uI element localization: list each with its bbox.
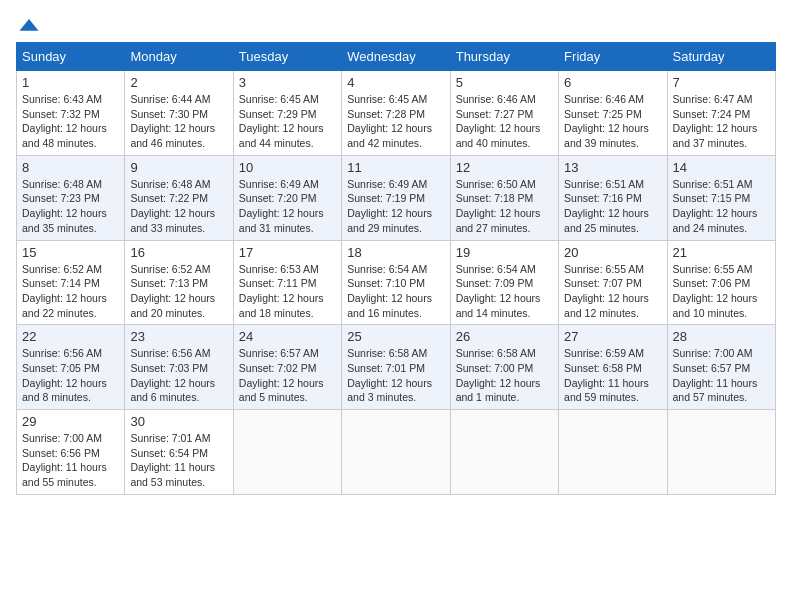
calendar-cell: 8Sunrise: 6:48 AMSunset: 7:23 PMDaylight… (17, 155, 125, 240)
calendar-cell: 23Sunrise: 6:56 AMSunset: 7:03 PMDayligh… (125, 325, 233, 410)
calendar-cell: 5Sunrise: 6:46 AMSunset: 7:27 PMDaylight… (450, 71, 558, 156)
calendar-week-row: 8Sunrise: 6:48 AMSunset: 7:23 PMDaylight… (17, 155, 776, 240)
calendar-week-row: 22Sunrise: 6:56 AMSunset: 7:05 PMDayligh… (17, 325, 776, 410)
calendar-cell: 30Sunrise: 7:01 AMSunset: 6:54 PMDayligh… (125, 410, 233, 495)
day-number: 12 (456, 160, 553, 175)
day-info: Sunrise: 6:52 AMSunset: 7:14 PMDaylight:… (22, 262, 119, 321)
calendar-cell: 25Sunrise: 6:58 AMSunset: 7:01 PMDayligh… (342, 325, 450, 410)
day-number: 6 (564, 75, 661, 90)
day-info: Sunrise: 6:59 AMSunset: 6:58 PMDaylight:… (564, 346, 661, 405)
calendar-cell: 11Sunrise: 6:49 AMSunset: 7:19 PMDayligh… (342, 155, 450, 240)
svg-marker-0 (19, 19, 38, 31)
day-number: 29 (22, 414, 119, 429)
day-number: 28 (673, 329, 770, 344)
day-number: 4 (347, 75, 444, 90)
day-info: Sunrise: 6:51 AMSunset: 7:15 PMDaylight:… (673, 177, 770, 236)
calendar-week-row: 1Sunrise: 6:43 AMSunset: 7:32 PMDaylight… (17, 71, 776, 156)
day-number: 22 (22, 329, 119, 344)
day-info: Sunrise: 7:00 AMSunset: 6:57 PMDaylight:… (673, 346, 770, 405)
calendar-cell: 15Sunrise: 6:52 AMSunset: 7:14 PMDayligh… (17, 240, 125, 325)
day-number: 18 (347, 245, 444, 260)
day-number: 27 (564, 329, 661, 344)
day-number: 3 (239, 75, 336, 90)
calendar-cell: 14Sunrise: 6:51 AMSunset: 7:15 PMDayligh… (667, 155, 775, 240)
day-number: 9 (130, 160, 227, 175)
day-number: 24 (239, 329, 336, 344)
day-info: Sunrise: 6:45 AMSunset: 7:29 PMDaylight:… (239, 92, 336, 151)
calendar-cell: 6Sunrise: 6:46 AMSunset: 7:25 PMDaylight… (559, 71, 667, 156)
day-number: 30 (130, 414, 227, 429)
day-info: Sunrise: 6:45 AMSunset: 7:28 PMDaylight:… (347, 92, 444, 151)
calendar-cell: 18Sunrise: 6:54 AMSunset: 7:10 PMDayligh… (342, 240, 450, 325)
day-info: Sunrise: 6:46 AMSunset: 7:25 PMDaylight:… (564, 92, 661, 151)
day-info: Sunrise: 6:49 AMSunset: 7:19 PMDaylight:… (347, 177, 444, 236)
calendar-cell: 29Sunrise: 7:00 AMSunset: 6:56 PMDayligh… (17, 410, 125, 495)
day-number: 23 (130, 329, 227, 344)
day-info: Sunrise: 6:48 AMSunset: 7:23 PMDaylight:… (22, 177, 119, 236)
day-info: Sunrise: 6:55 AMSunset: 7:06 PMDaylight:… (673, 262, 770, 321)
day-info: Sunrise: 6:51 AMSunset: 7:16 PMDaylight:… (564, 177, 661, 236)
day-info: Sunrise: 6:56 AMSunset: 7:05 PMDaylight:… (22, 346, 119, 405)
calendar-cell: 17Sunrise: 6:53 AMSunset: 7:11 PMDayligh… (233, 240, 341, 325)
calendar-cell: 21Sunrise: 6:55 AMSunset: 7:06 PMDayligh… (667, 240, 775, 325)
day-info: Sunrise: 6:48 AMSunset: 7:22 PMDaylight:… (130, 177, 227, 236)
day-number: 17 (239, 245, 336, 260)
day-info: Sunrise: 7:01 AMSunset: 6:54 PMDaylight:… (130, 431, 227, 490)
logo (16, 16, 40, 34)
day-number: 7 (673, 75, 770, 90)
calendar-cell: 20Sunrise: 6:55 AMSunset: 7:07 PMDayligh… (559, 240, 667, 325)
day-info: Sunrise: 6:49 AMSunset: 7:20 PMDaylight:… (239, 177, 336, 236)
calendar-header-row: SundayMondayTuesdayWednesdayThursdayFrid… (17, 43, 776, 71)
weekday-header: Thursday (450, 43, 558, 71)
calendar-week-row: 29Sunrise: 7:00 AMSunset: 6:56 PMDayligh… (17, 410, 776, 495)
calendar-cell: 10Sunrise: 6:49 AMSunset: 7:20 PMDayligh… (233, 155, 341, 240)
calendar-cell: 12Sunrise: 6:50 AMSunset: 7:18 PMDayligh… (450, 155, 558, 240)
day-info: Sunrise: 6:58 AMSunset: 7:01 PMDaylight:… (347, 346, 444, 405)
day-number: 1 (22, 75, 119, 90)
weekday-header: Monday (125, 43, 233, 71)
day-info: Sunrise: 6:54 AMSunset: 7:09 PMDaylight:… (456, 262, 553, 321)
calendar-cell: 26Sunrise: 6:58 AMSunset: 7:00 PMDayligh… (450, 325, 558, 410)
calendar-cell: 9Sunrise: 6:48 AMSunset: 7:22 PMDaylight… (125, 155, 233, 240)
calendar-cell (342, 410, 450, 495)
day-info: Sunrise: 6:50 AMSunset: 7:18 PMDaylight:… (456, 177, 553, 236)
day-info: Sunrise: 6:55 AMSunset: 7:07 PMDaylight:… (564, 262, 661, 321)
calendar-cell: 22Sunrise: 6:56 AMSunset: 7:05 PMDayligh… (17, 325, 125, 410)
calendar-cell (667, 410, 775, 495)
weekday-header: Tuesday (233, 43, 341, 71)
day-number: 13 (564, 160, 661, 175)
day-number: 25 (347, 329, 444, 344)
day-info: Sunrise: 6:57 AMSunset: 7:02 PMDaylight:… (239, 346, 336, 405)
day-number: 2 (130, 75, 227, 90)
day-number: 21 (673, 245, 770, 260)
day-info: Sunrise: 6:58 AMSunset: 7:00 PMDaylight:… (456, 346, 553, 405)
logo-icon (18, 16, 40, 38)
calendar-cell: 28Sunrise: 7:00 AMSunset: 6:57 PMDayligh… (667, 325, 775, 410)
day-info: Sunrise: 6:44 AMSunset: 7:30 PMDaylight:… (130, 92, 227, 151)
calendar-cell: 24Sunrise: 6:57 AMSunset: 7:02 PMDayligh… (233, 325, 341, 410)
day-info: Sunrise: 6:53 AMSunset: 7:11 PMDaylight:… (239, 262, 336, 321)
calendar-cell (450, 410, 558, 495)
calendar-week-row: 15Sunrise: 6:52 AMSunset: 7:14 PMDayligh… (17, 240, 776, 325)
day-number: 20 (564, 245, 661, 260)
day-info: Sunrise: 6:47 AMSunset: 7:24 PMDaylight:… (673, 92, 770, 151)
day-number: 5 (456, 75, 553, 90)
calendar-cell: 3Sunrise: 6:45 AMSunset: 7:29 PMDaylight… (233, 71, 341, 156)
calendar-body: 1Sunrise: 6:43 AMSunset: 7:32 PMDaylight… (17, 71, 776, 495)
calendar-cell: 7Sunrise: 6:47 AMSunset: 7:24 PMDaylight… (667, 71, 775, 156)
day-number: 26 (456, 329, 553, 344)
day-number: 10 (239, 160, 336, 175)
calendar-cell: 2Sunrise: 6:44 AMSunset: 7:30 PMDaylight… (125, 71, 233, 156)
day-info: Sunrise: 6:56 AMSunset: 7:03 PMDaylight:… (130, 346, 227, 405)
weekday-header: Saturday (667, 43, 775, 71)
calendar-cell: 27Sunrise: 6:59 AMSunset: 6:58 PMDayligh… (559, 325, 667, 410)
day-number: 14 (673, 160, 770, 175)
calendar-cell (559, 410, 667, 495)
weekday-header: Sunday (17, 43, 125, 71)
calendar-table: SundayMondayTuesdayWednesdayThursdayFrid… (16, 42, 776, 495)
calendar-cell (233, 410, 341, 495)
day-info: Sunrise: 6:52 AMSunset: 7:13 PMDaylight:… (130, 262, 227, 321)
page-header (16, 16, 776, 34)
weekday-header: Friday (559, 43, 667, 71)
day-info: Sunrise: 6:43 AMSunset: 7:32 PMDaylight:… (22, 92, 119, 151)
